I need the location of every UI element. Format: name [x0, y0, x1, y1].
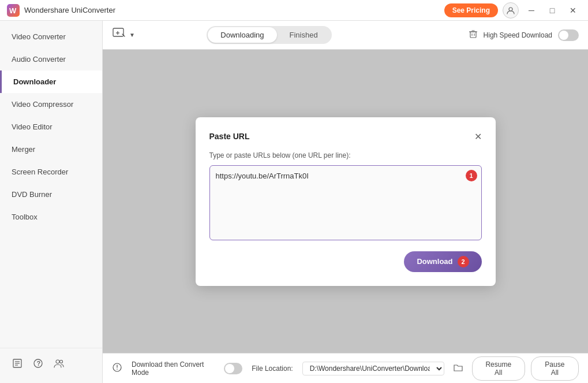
tab-downloading[interactable]: Downloading: [208, 27, 276, 43]
paste-url-modal: Paste URL ✕ Type or paste URLs below (on…: [196, 117, 496, 286]
sidebar-bottom: ?: [0, 348, 102, 378]
see-pricing-button[interactable]: See Pricing: [444, 3, 498, 17]
sidebar-item-merger[interactable]: Merger: [0, 138, 102, 161]
svg-rect-15: [470, 32, 476, 38]
content-header: ▼ Downloading Finished High Speed Downlo…: [103, 21, 588, 50]
footer-bar: Download then Convert Mode File Location…: [103, 353, 588, 383]
content-body: Paste URL ✕ Type or paste URLs below (on…: [103, 50, 588, 353]
modal-close-button[interactable]: ✕: [474, 131, 482, 142]
high-speed-toggle[interactable]: [558, 29, 579, 41]
main-layout: Video Converter Audio Converter Download…: [0, 21, 588, 383]
close-button[interactable]: ✕: [565, 2, 581, 18]
app-logo: W: [7, 4, 20, 17]
file-location-label: File Location:: [252, 365, 293, 373]
modal-title: Paste URL: [209, 132, 250, 141]
book-icon[interactable]: [9, 355, 25, 371]
toggle-knob: [225, 364, 234, 373]
svg-point-9: [56, 360, 59, 363]
modal-footer: Download 2: [209, 251, 482, 272]
help-icon[interactable]: ?: [30, 355, 46, 371]
titlebar-left: W Wondershare UniConverter: [7, 4, 115, 17]
tab-finished[interactable]: Finished: [277, 27, 331, 43]
footer-right: Resume All Pause All: [472, 356, 579, 381]
svg-point-10: [60, 360, 63, 363]
modal-overlay: Paste URL ✕ Type or paste URLs below (on…: [103, 50, 588, 353]
sidebar-item-screen-recorder[interactable]: Screen Recorder: [0, 161, 102, 183]
user-account-icon[interactable]: [503, 2, 519, 18]
url-count-badge: 1: [462, 170, 477, 181]
titlebar-controls: See Pricing ─ □ ✕: [444, 2, 581, 18]
url-input[interactable]: [209, 165, 482, 240]
sidebar-item-toolbox[interactable]: Toolbox: [0, 206, 102, 228]
svg-point-22: [117, 369, 118, 370]
toggle-knob: [559, 31, 568, 40]
sidebar-item-video-converter[interactable]: Video Converter: [0, 25, 102, 48]
sidebar-item-video-editor[interactable]: Video Editor: [0, 116, 102, 138]
download-convert-toggle[interactable]: [224, 363, 243, 374]
download-convert-icon: [112, 362, 122, 375]
add-download-icon: [112, 26, 127, 44]
minimize-button[interactable]: ─: [523, 2, 540, 18]
svg-point-2: [509, 8, 512, 11]
high-speed-label: High Speed Download: [484, 31, 552, 39]
sidebar: Video Converter Audio Converter Download…: [0, 21, 103, 383]
content-area: ▼ Downloading Finished High Speed Downlo…: [103, 21, 588, 383]
resume-all-button[interactable]: Resume All: [472, 356, 525, 381]
sidebar-item-dvd-burner[interactable]: DVD Burner: [0, 183, 102, 206]
download-button[interactable]: Download 2: [404, 251, 481, 272]
header-right: High Speed Download: [469, 29, 579, 41]
file-location-select[interactable]: D:\Wondershare\UniConverter\Downloaded: [302, 362, 444, 375]
svg-rect-11: [113, 28, 123, 36]
url-input-row: 1: [209, 165, 482, 242]
trash-icon[interactable]: [469, 29, 478, 41]
svg-text:?: ?: [37, 360, 41, 367]
sidebar-item-downloader[interactable]: Downloader: [0, 70, 102, 93]
modal-header: Paste URL ✕: [209, 131, 482, 142]
sidebar-item-audio-converter[interactable]: Audio Converter: [0, 48, 102, 70]
maximize-button[interactable]: □: [544, 2, 560, 18]
add-download-button[interactable]: ▼: [112, 26, 135, 44]
svg-text:W: W: [9, 6, 17, 15]
download-label: Download: [417, 257, 452, 266]
add-chevron-icon: ▼: [129, 32, 135, 38]
titlebar: W Wondershare UniConverter See Pricing ─…: [0, 0, 588, 21]
folder-icon[interactable]: [454, 363, 463, 373]
download-count-badge: 2: [458, 256, 469, 267]
pause-all-button[interactable]: Pause All: [531, 356, 579, 381]
modal-subtitle: Type or paste URLs below (one URL per li…: [209, 151, 482, 159]
download-convert-label: Download then Convert Mode: [132, 360, 215, 377]
sidebar-item-video-compressor[interactable]: Video Compressor: [0, 93, 102, 116]
users-icon[interactable]: [51, 355, 67, 371]
app-title: Wondershare UniConverter: [24, 6, 115, 14]
tab-group: Downloading Finished: [207, 26, 331, 44]
